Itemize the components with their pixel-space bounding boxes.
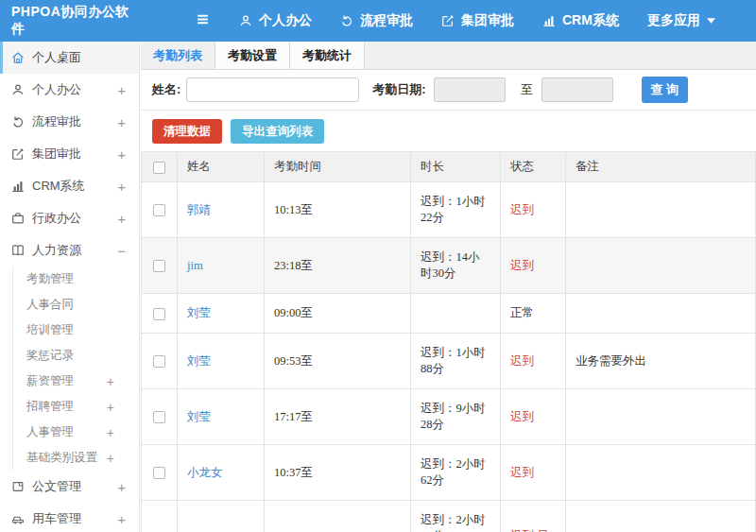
sidebar-subitem-label: 考勤管理 [26,271,114,287]
expand-icon[interactable]: − [117,243,126,259]
sidebar-item-label: 集团审批 [32,146,117,163]
row-checkbox[interactable] [153,260,165,272]
sidebar-item-label: 个人桌面 [32,49,126,66]
tab-3[interactable]: 考勤统计 [290,42,365,69]
time-cell: 10:54至10:54 [265,501,411,532]
sidebar-subitem-5[interactable]: 薪资管理+ [13,369,139,394]
expand-icon[interactable]: + [107,425,114,440]
flow-icon [11,115,25,129]
sidebar-subitem-label: 奖惩记录 [26,348,114,364]
row-checkbox[interactable] [153,355,165,368]
status-badge: 迟到 [510,259,534,272]
top-nav-item-1[interactable]: 个人办公 [239,12,312,29]
select-all-checkbox[interactable] [153,162,165,174]
row-checkbox[interactable] [153,411,165,423]
tab-1[interactable]: 考勤列表 [141,42,215,69]
sidebar-item-1[interactable]: 个人桌面 [0,42,139,74]
date-to-input[interactable] [541,77,613,102]
sidebar-item-7[interactable]: 人力资源− [0,234,139,266]
sidebar-item-6[interactable]: 行政办公+ [0,202,139,234]
sidebar-subitem-label: 人事合同 [26,297,114,313]
top-nav-item-5[interactable]: 更多应用 [647,12,715,29]
top-nav-label: 集团审批 [461,12,514,29]
clean-data-button[interactable]: 清理数据 [152,119,222,144]
row-checkbox[interactable] [153,204,165,216]
expand-icon[interactable]: + [117,479,126,495]
flow-icon [340,14,353,27]
status-badge: 正常 [510,306,534,319]
date-filter-label: 考勤日期: [372,81,425,98]
sidebar-subitem-8[interactable]: 基础类别设置+ [13,445,139,471]
employee-name-link[interactable]: 刘莹 [187,306,211,319]
table-row: 小龙女10:37至迟到：2小时62分迟到 [142,445,756,501]
duration-cell: 迟到：14小时30分 [411,238,501,294]
column-header: 姓名 [178,152,265,182]
employee-name-link[interactable]: 刘莹 [187,410,211,423]
remark-cell [566,238,756,294]
time-cell: 23:18至 [265,238,411,294]
status-badge: 迟到 [510,466,534,479]
sidebar-item-label: 流程审批 [32,113,117,130]
sidebar-subitem-4[interactable]: 奖惩记录 [13,343,139,369]
duration-cell [411,294,501,334]
expand-icon[interactable]: + [117,179,126,195]
sidebar-subitem-label: 招聘管理 [26,399,107,415]
sidebar-subitem-3[interactable]: 培训管理 [13,317,139,343]
sidebar-subitem-label: 培训管理 [26,322,114,338]
row-checkbox[interactable] [153,467,165,479]
sidebar-subitem-label: 人事管理 [26,424,107,440]
expand-icon[interactable]: + [107,400,114,415]
user-icon [239,14,252,27]
expand-icon[interactable]: + [107,451,114,466]
hamburger-menu-button[interactable] [195,11,211,31]
column-header: 备注 [566,152,756,182]
sidebar-item-3[interactable]: 流程审批+ [0,106,139,138]
sidebar-subitem-2[interactable]: 人事合同 [13,292,139,317]
tab-2[interactable]: 考勤设置 [215,42,290,69]
expand-icon[interactable]: + [117,146,126,163]
sidebar-item-8[interactable]: 公文管理+ [0,471,139,503]
sidebar-subitem-6[interactable]: 招聘管理+ [13,394,139,420]
top-nav-item-2[interactable]: 流程审批 [340,12,413,29]
checkbox-cell [142,501,178,532]
expand-icon[interactable]: + [107,374,114,389]
date-from-input[interactable] [434,77,506,102]
employee-name-link[interactable]: 小龙女 [187,466,223,479]
name-filter-input[interactable] [186,77,359,102]
remark-cell [566,182,756,238]
employee-name-link[interactable]: 刘莹 [187,354,211,368]
export-list-button[interactable]: 导出查询列表 [231,119,324,144]
status-badge: 迟到 [510,410,534,423]
top-nav-item-3[interactable]: 集团审批 [441,12,514,29]
time-cell: 10:13至 [265,182,411,238]
expand-icon[interactable]: + [117,511,126,527]
sidebar-subitem-1[interactable]: 考勤管理 [13,266,139,292]
sidebar-item-4[interactable]: 集团审批+ [0,138,139,170]
name-cell: 管理员 [178,501,265,532]
search-button[interactable]: 查 询 [642,77,688,103]
sidebar-subitem-7[interactable]: 人事管理+ [13,420,139,445]
employee-name-link[interactable]: 郭靖 [187,203,211,216]
table-row: jim23:18至迟到：14小时30分迟到 [142,238,756,294]
sidebar-item-label: CRM系统 [32,178,117,195]
status-badge: 迟到 [510,354,534,368]
row-checkbox[interactable] [153,308,165,320]
expand-icon[interactable]: + [117,211,126,227]
top-nav-label: CRM系统 [562,12,619,29]
book-icon [11,244,25,257]
status-cell: 迟到/早退 [501,501,566,532]
sidebar-item-2[interactable]: 个人办公+ [0,74,139,106]
employee-name-link[interactable]: jim [187,259,203,272]
expand-icon[interactable]: + [117,82,126,98]
checkbox-cell [142,182,178,238]
top-nav-label: 更多应用 [647,12,700,29]
remark-cell: 1111 [566,501,756,532]
top-nav-item-4[interactable]: CRM系统 [542,12,619,29]
table-row: 刘莹09:00至正常 [142,294,756,334]
expand-icon[interactable]: + [117,114,126,130]
checkbox-cell [142,238,178,294]
sidebar-item-9[interactable]: 用车管理+ [0,503,139,532]
sidebar-item-5[interactable]: CRM系统+ [0,170,139,202]
chart-icon [542,14,556,27]
time-cell: 09:00至 [265,294,411,334]
